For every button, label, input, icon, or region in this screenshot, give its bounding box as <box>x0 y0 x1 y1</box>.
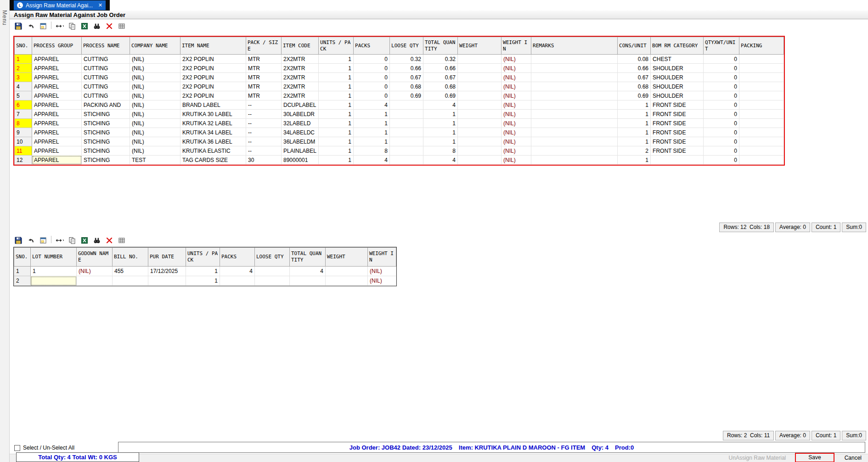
grid-cell[interactable] <box>739 55 784 64</box>
grid-cell[interactable]: 30LABELDR <box>282 110 319 119</box>
column-header[interactable]: UNITS / PACK <box>319 37 354 55</box>
grid-cell[interactable]: 4 <box>423 156 458 165</box>
grid-cell[interactable]: MTR <box>246 64 282 73</box>
grid-cell[interactable]: (NIL) <box>502 156 531 165</box>
grid-icon[interactable] <box>117 237 126 245</box>
menu-strip[interactable]: Menu <box>0 0 10 462</box>
grid-cell[interactable] <box>390 146 423 156</box>
grid-cell[interactable]: 1 <box>423 119 458 128</box>
grid-cell[interactable]: 1 <box>618 100 651 110</box>
column-header[interactable]: SNO. <box>14 248 31 267</box>
column-header[interactable]: PACKING <box>739 37 784 55</box>
grid-cell[interactable]: 0.32 <box>390 55 423 64</box>
grid-cell[interactable] <box>326 276 368 286</box>
grid-cell[interactable]: (NIL) <box>502 110 531 119</box>
grid-cell[interactable]: 1 <box>618 156 651 165</box>
grid-cell[interactable]: FRONT SIDE <box>651 100 704 110</box>
grid-cell[interactable] <box>390 128 423 137</box>
grid-cell[interactable]: (NIL) <box>502 119 531 128</box>
column-header[interactable]: GODOWN NAME <box>77 248 113 267</box>
row-number-cell[interactable]: 10 <box>15 137 32 146</box>
grid-cell[interactable]: 4 <box>290 267 326 276</box>
grid-cell[interactable]: 1 <box>319 128 354 137</box>
grid-cell[interactable]: 2X2 POPLIN <box>180 55 246 64</box>
grid-cell[interactable]: 0 <box>704 119 739 128</box>
column-header[interactable]: BOM RM CATEGORY <box>651 37 704 55</box>
tab-close-icon[interactable]: ✕ <box>98 2 102 8</box>
grid-cell[interactable]: 1 <box>319 91 354 100</box>
column-header[interactable]: REMARKS <box>531 37 618 55</box>
grid-cell[interactable] <box>31 276 77 286</box>
grid-cell[interactable] <box>390 119 423 128</box>
row-number-cell[interactable]: 1 <box>15 55 32 64</box>
grid-cell[interactable] <box>739 64 784 73</box>
row-number-cell[interactable]: 8 <box>15 119 32 128</box>
grid-cell[interactable]: APPAREL <box>32 137 82 146</box>
column-width-icon[interactable] <box>55 237 64 245</box>
grid-cell[interactable]: KRUTIKA 36 LABEL <box>180 137 246 146</box>
grid-cell[interactable]: 0.66 <box>390 64 423 73</box>
grid-cell[interactable]: (NIL) <box>130 137 180 146</box>
copy-icon[interactable] <box>68 22 76 30</box>
grid-cell[interactable] <box>739 82 784 91</box>
grid-cell[interactable]: (NIL) <box>502 100 531 110</box>
delete-icon[interactable] <box>105 237 113 245</box>
grid-cell[interactable]: 2X2MTR <box>282 64 319 73</box>
grid-cell[interactable]: KRUTIKA ELASTIC <box>180 146 246 156</box>
grid-cell[interactable]: APPAREL <box>32 73 82 82</box>
grid-cell[interactable]: 1 <box>319 156 354 165</box>
grid-cell[interactable] <box>739 137 784 146</box>
grid-cell[interactable]: (NIL) <box>130 82 180 91</box>
grid-cell[interactable]: 4 <box>423 100 458 110</box>
grid-cell[interactable]: SHOULDER <box>651 82 704 91</box>
grid-cell[interactable]: 1 <box>319 100 354 110</box>
grid-cell[interactable] <box>531 55 618 64</box>
grid-cell[interactable]: APPAREL <box>32 55 82 64</box>
grid-cell[interactable]: 0 <box>704 128 739 137</box>
row-number-cell[interactable]: 9 <box>15 128 32 137</box>
grid-cell[interactable]: (NIL) <box>502 91 531 100</box>
grid-cell[interactable] <box>458 91 502 100</box>
grid-cell[interactable] <box>651 156 704 165</box>
grid-cell[interactable]: 0.67 <box>618 73 651 82</box>
grid-cell[interactable]: (NIL) <box>130 128 180 137</box>
grid-cell[interactable]: -- <box>246 100 282 110</box>
grid-cell[interactable]: (NIL) <box>130 73 180 82</box>
grid-cell[interactable]: 0 <box>704 55 739 64</box>
row-number-cell[interactable]: 2 <box>14 276 31 286</box>
grid-cell[interactable]: (NIL) <box>502 73 531 82</box>
grid-cell[interactable]: 1 <box>186 267 220 276</box>
grid-cell[interactable]: APPAREL <box>32 110 82 119</box>
grid-cell[interactable]: (NIL) <box>130 100 180 110</box>
grid-cell[interactable]: 0.32 <box>423 55 458 64</box>
grid-cell[interactable] <box>739 156 784 165</box>
grid-cell[interactable] <box>739 73 784 82</box>
grid-cell[interactable]: DCUPLABEL <box>282 100 319 110</box>
undo-icon[interactable] <box>26 237 35 245</box>
grid-cell[interactable] <box>113 276 148 286</box>
grid-cell[interactable]: 0 <box>704 91 739 100</box>
grid-cell[interactable]: 4 <box>220 267 255 276</box>
grid-cell[interactable]: 30 <box>246 156 282 165</box>
grid-cell[interactable] <box>531 100 618 110</box>
grid-cell[interactable]: STICHING <box>82 156 130 165</box>
grid-cell[interactable]: KRUTIKA 34 LABEL <box>180 128 246 137</box>
grid-cell[interactable]: 1 <box>423 110 458 119</box>
grid-cell[interactable]: APPAREL <box>32 146 82 156</box>
grid-cell[interactable]: APPAREL <box>32 91 82 100</box>
grid-cell[interactable] <box>458 119 502 128</box>
grid-cell[interactable]: 0 <box>704 110 739 119</box>
grid-cell[interactable]: FRONT SIDE <box>651 128 704 137</box>
excel-export-icon[interactable] <box>80 237 89 245</box>
grid-icon[interactable] <box>117 22 126 30</box>
column-header[interactable]: PACKS <box>354 37 390 55</box>
grid-cell[interactable]: 0.69 <box>423 91 458 100</box>
grid-cell[interactable]: STICHING <box>82 110 130 119</box>
grid-cell[interactable]: 1 <box>31 267 77 276</box>
grid-cell[interactable]: 32LABELD <box>282 119 319 128</box>
column-header[interactable]: TOTAL QUANTITY <box>423 37 458 55</box>
grid-cell[interactable] <box>531 128 618 137</box>
grid-cell[interactable]: STICHING <box>82 119 130 128</box>
grid-cell[interactable] <box>531 82 618 91</box>
grid-cell[interactable]: -- <box>246 137 282 146</box>
